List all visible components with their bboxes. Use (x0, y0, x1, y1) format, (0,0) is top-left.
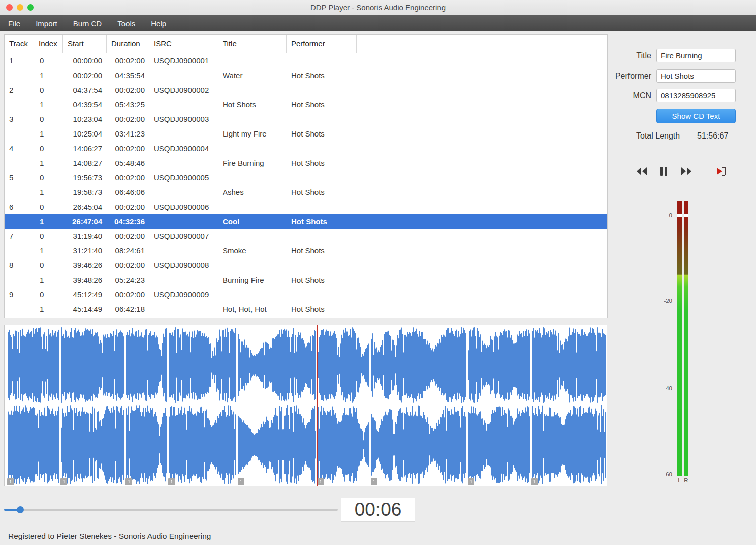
track-marker[interactable]: 1 (371, 478, 377, 485)
cell-track: 1 (5, 53, 34, 68)
cell-index: 0 (34, 199, 63, 214)
cell-performer: Hot Shots (287, 272, 357, 287)
cell-performer: Hot Shots (287, 243, 357, 258)
table-row[interactable]: 9 0 45:12:49 00:02:00 USQDJ0900009 (5, 287, 607, 302)
column-header-filler (357, 35, 607, 53)
cell-duration: 05:43:25 (107, 97, 149, 112)
table-row[interactable]: 5 0 19:56:73 00:02:00 USQDJ0900005 (5, 170, 607, 185)
column-header-isrc[interactable]: ISRC (149, 35, 218, 53)
seek-slider-track[interactable] (4, 509, 338, 511)
menu-item[interactable]: Help (151, 19, 166, 28)
mcn-field-label: MCN (601, 89, 651, 102)
column-header-track[interactable]: Track (5, 35, 34, 53)
table-row[interactable]: 1 26:47:04 04:32:36 Cool Hot Shots (5, 214, 607, 229)
cell-title (218, 170, 287, 185)
track-marker[interactable]: 1 (238, 478, 244, 485)
track-marker[interactable]: 1 (317, 478, 324, 485)
cell-index: 1 (34, 185, 63, 199)
cell-filler (357, 53, 607, 68)
track-marker[interactable]: 1 (60, 478, 67, 485)
play-to-marker-button[interactable] (715, 166, 727, 177)
table-row[interactable]: 1 45:14:49 06:42:18 Hot, Hot, Hot Hot Sh… (5, 302, 607, 316)
cell-track (5, 126, 34, 141)
table-row[interactable]: 1 04:39:54 05:43:25 Hot Shots Hot Shots (5, 97, 607, 112)
meter-scale-20: -20 (650, 298, 672, 304)
cell-isrc (149, 214, 218, 229)
cell-start: 04:39:54 (63, 97, 107, 112)
cell-track: 3 (5, 112, 34, 126)
menu-item[interactable]: Tools (117, 19, 135, 28)
rewind-button[interactable] (636, 166, 648, 177)
seek-slider-thumb[interactable] (17, 506, 24, 513)
title-input[interactable] (656, 49, 736, 62)
cell-performer (287, 141, 357, 156)
column-header-performer[interactable]: Performer (287, 35, 357, 53)
show-cd-text-button[interactable]: Show CD Text (656, 109, 736, 123)
cell-start: 00:02:00 (63, 68, 107, 83)
table-row[interactable]: 7 0 31:19:40 00:02:00 USQDJ0900007 (5, 229, 607, 243)
cell-track: 6 (5, 199, 34, 214)
table-row[interactable]: 2 0 04:37:54 00:02:00 USQDJ0900002 (5, 83, 607, 97)
table-row[interactable]: 8 0 39:46:26 00:02:00 USQDJ0900008 (5, 258, 607, 272)
cell-performer (287, 112, 357, 126)
pause-button[interactable] (659, 166, 668, 177)
cell-filler (357, 258, 607, 272)
table-header: Track Index Start Duration ISRC Title Pe… (5, 35, 607, 53)
mcn-input[interactable] (656, 89, 736, 102)
column-header-duration[interactable]: Duration (107, 35, 149, 53)
column-header-start[interactable]: Start (63, 35, 107, 53)
cell-filler (357, 243, 607, 258)
cell-filler (357, 141, 607, 156)
table-row[interactable]: 4 0 14:06:27 00:02:00 USQDJ0900004 (5, 141, 607, 156)
table-row[interactable]: 1 14:08:27 05:48:46 Fire Burning Hot Sho… (5, 156, 607, 170)
cell-isrc: USQDJ0900001 (149, 53, 218, 68)
table-row[interactable]: 3 0 10:23:04 00:02:00 USQDJ0900003 (5, 112, 607, 126)
table-row[interactable]: 1 10:25:04 03:41:23 Light my Fire Hot Sh… (5, 126, 607, 141)
cell-title (218, 53, 287, 68)
cell-start: 45:12:49 (63, 287, 107, 302)
cell-performer: Hot Shots (287, 156, 357, 170)
cell-index: 0 (34, 141, 63, 156)
menu-bar: FileImportBurn CDToolsHelp (0, 15, 756, 31)
column-header-title[interactable]: Title (218, 35, 287, 53)
cell-performer (287, 199, 357, 214)
menu-item[interactable]: Import (36, 19, 57, 28)
meter-scale-40: -40 (650, 385, 672, 391)
cell-duration: 00:02:00 (107, 83, 149, 97)
table-row[interactable]: 1 00:02:00 04:35:54 Water Hot Shots (5, 68, 607, 83)
cell-isrc (149, 97, 218, 112)
table-row[interactable]: 1 31:21:40 08:24:61 Smoke Hot Shots (5, 243, 607, 258)
fast-forward-button[interactable] (680, 166, 692, 177)
cell-track: 9 (5, 287, 34, 302)
performer-input[interactable] (656, 69, 736, 83)
track-marker[interactable]: 1 (125, 478, 132, 485)
column-header-index[interactable]: Index (34, 35, 63, 53)
table-row[interactable]: 1 39:48:26 05:24:23 Burning Fire Hot Sho… (5, 272, 607, 287)
cell-duration: 05:24:23 (107, 272, 149, 287)
table-row[interactable]: 1 0 00:00:00 00:02:00 USQDJ0900001 (5, 53, 607, 68)
track-marker[interactable]: 1 (168, 478, 175, 485)
table-body: 1 0 00:00:00 00:02:00 USQDJ0900001 1 00:… (5, 53, 607, 316)
menu-item[interactable]: File (8, 19, 20, 28)
cell-start: 45:14:49 (63, 302, 107, 316)
cell-start: 14:08:27 (63, 156, 107, 170)
playhead[interactable] (317, 325, 318, 486)
track-marker[interactable]: 1 (531, 478, 538, 485)
table-row[interactable]: 1 19:58:73 06:46:06 Ashes Hot Shots (5, 185, 607, 199)
cell-start: 10:25:04 (63, 126, 107, 141)
waveform-panel[interactable]: 111111111 (4, 325, 607, 486)
cell-filler (357, 126, 607, 141)
cell-index: 1 (34, 97, 63, 112)
cell-start: 26:45:04 (63, 199, 107, 214)
waveform-canvas[interactable] (5, 325, 607, 486)
menu-item[interactable]: Burn CD (73, 19, 102, 28)
track-marker[interactable]: 1 (468, 478, 474, 485)
cell-duration: 00:02:00 (107, 53, 149, 68)
cell-isrc (149, 156, 218, 170)
cell-start: 39:46:26 (63, 258, 107, 272)
cell-filler (357, 302, 607, 316)
cell-title: Cool (218, 214, 287, 229)
pause-icon (660, 167, 667, 176)
table-row[interactable]: 6 0 26:45:04 00:02:00 USQDJ0900006 (5, 199, 607, 214)
track-marker[interactable]: 1 (7, 478, 14, 485)
